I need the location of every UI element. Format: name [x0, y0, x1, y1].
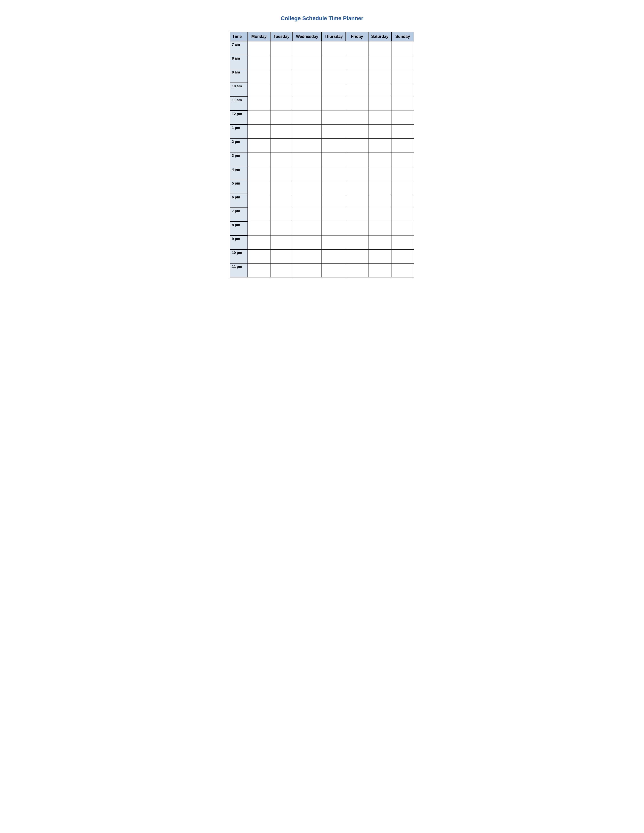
- schedule-cell[interactable]: [293, 69, 322, 83]
- schedule-cell[interactable]: [248, 222, 270, 235]
- schedule-cell[interactable]: [322, 69, 346, 83]
- schedule-cell[interactable]: [391, 124, 414, 138]
- schedule-cell[interactable]: [346, 180, 368, 194]
- schedule-cell[interactable]: [322, 83, 346, 96]
- schedule-cell[interactable]: [346, 222, 368, 235]
- schedule-cell[interactable]: [270, 41, 293, 55]
- schedule-cell[interactable]: [270, 208, 293, 222]
- schedule-cell[interactable]: [322, 263, 346, 277]
- schedule-cell[interactable]: [368, 222, 391, 235]
- schedule-cell[interactable]: [391, 222, 414, 235]
- schedule-cell[interactable]: [293, 208, 322, 222]
- schedule-cell[interactable]: [391, 83, 414, 96]
- schedule-cell[interactable]: [248, 235, 270, 249]
- schedule-cell[interactable]: [391, 235, 414, 249]
- schedule-cell[interactable]: [322, 166, 346, 180]
- schedule-cell[interactable]: [270, 111, 293, 124]
- schedule-cell[interactable]: [368, 55, 391, 69]
- schedule-cell[interactable]: [368, 180, 391, 194]
- schedule-cell[interactable]: [293, 41, 322, 55]
- schedule-cell[interactable]: [293, 96, 322, 111]
- schedule-cell[interactable]: [346, 235, 368, 249]
- schedule-cell[interactable]: [248, 41, 270, 55]
- schedule-cell[interactable]: [322, 222, 346, 235]
- schedule-cell[interactable]: [391, 166, 414, 180]
- schedule-cell[interactable]: [248, 138, 270, 152]
- schedule-cell[interactable]: [248, 152, 270, 166]
- schedule-cell[interactable]: [368, 41, 391, 55]
- schedule-cell[interactable]: [346, 263, 368, 277]
- schedule-cell[interactable]: [368, 111, 391, 124]
- schedule-cell[interactable]: [270, 83, 293, 96]
- schedule-cell[interactable]: [293, 263, 322, 277]
- schedule-cell[interactable]: [346, 152, 368, 166]
- schedule-cell[interactable]: [368, 96, 391, 111]
- schedule-cell[interactable]: [391, 152, 414, 166]
- schedule-cell[interactable]: [346, 208, 368, 222]
- schedule-cell[interactable]: [293, 55, 322, 69]
- schedule-cell[interactable]: [368, 166, 391, 180]
- schedule-cell[interactable]: [368, 124, 391, 138]
- schedule-cell[interactable]: [368, 263, 391, 277]
- schedule-cell[interactable]: [270, 235, 293, 249]
- schedule-cell[interactable]: [322, 124, 346, 138]
- schedule-cell[interactable]: [248, 96, 270, 111]
- schedule-cell[interactable]: [293, 83, 322, 96]
- schedule-cell[interactable]: [346, 194, 368, 208]
- schedule-cell[interactable]: [248, 83, 270, 96]
- schedule-cell[interactable]: [248, 249, 270, 263]
- schedule-cell[interactable]: [391, 249, 414, 263]
- schedule-cell[interactable]: [322, 235, 346, 249]
- schedule-cell[interactable]: [322, 194, 346, 208]
- schedule-cell[interactable]: [322, 208, 346, 222]
- schedule-cell[interactable]: [270, 166, 293, 180]
- schedule-cell[interactable]: [322, 111, 346, 124]
- schedule-cell[interactable]: [293, 138, 322, 152]
- schedule-cell[interactable]: [391, 69, 414, 83]
- schedule-cell[interactable]: [293, 166, 322, 180]
- schedule-cell[interactable]: [368, 249, 391, 263]
- schedule-cell[interactable]: [270, 138, 293, 152]
- schedule-cell[interactable]: [248, 180, 270, 194]
- schedule-cell[interactable]: [391, 263, 414, 277]
- schedule-cell[interactable]: [368, 83, 391, 96]
- schedule-cell[interactable]: [248, 208, 270, 222]
- schedule-cell[interactable]: [322, 180, 346, 194]
- schedule-cell[interactable]: [391, 194, 414, 208]
- schedule-cell[interactable]: [293, 124, 322, 138]
- schedule-cell[interactable]: [270, 96, 293, 111]
- schedule-cell[interactable]: [346, 69, 368, 83]
- schedule-cell[interactable]: [368, 69, 391, 83]
- schedule-cell[interactable]: [346, 83, 368, 96]
- schedule-cell[interactable]: [391, 55, 414, 69]
- schedule-cell[interactable]: [293, 222, 322, 235]
- schedule-cell[interactable]: [270, 180, 293, 194]
- schedule-cell[interactable]: [346, 111, 368, 124]
- schedule-cell[interactable]: [368, 152, 391, 166]
- schedule-cell[interactable]: [248, 124, 270, 138]
- schedule-cell[interactable]: [293, 180, 322, 194]
- schedule-cell[interactable]: [293, 235, 322, 249]
- schedule-cell[interactable]: [322, 41, 346, 55]
- schedule-cell[interactable]: [293, 249, 322, 263]
- schedule-cell[interactable]: [368, 194, 391, 208]
- schedule-cell[interactable]: [368, 138, 391, 152]
- schedule-cell[interactable]: [248, 263, 270, 277]
- schedule-cell[interactable]: [248, 111, 270, 124]
- schedule-cell[interactable]: [368, 208, 391, 222]
- schedule-cell[interactable]: [346, 96, 368, 111]
- schedule-cell[interactable]: [368, 235, 391, 249]
- schedule-cell[interactable]: [322, 249, 346, 263]
- schedule-cell[interactable]: [322, 96, 346, 111]
- schedule-cell[interactable]: [248, 55, 270, 69]
- schedule-cell[interactable]: [270, 152, 293, 166]
- schedule-cell[interactable]: [270, 194, 293, 208]
- schedule-cell[interactable]: [270, 263, 293, 277]
- schedule-cell[interactable]: [346, 249, 368, 263]
- schedule-cell[interactable]: [293, 194, 322, 208]
- schedule-cell[interactable]: [322, 138, 346, 152]
- schedule-cell[interactable]: [293, 152, 322, 166]
- schedule-cell[interactable]: [270, 249, 293, 263]
- schedule-cell[interactable]: [248, 69, 270, 83]
- schedule-cell[interactable]: [391, 41, 414, 55]
